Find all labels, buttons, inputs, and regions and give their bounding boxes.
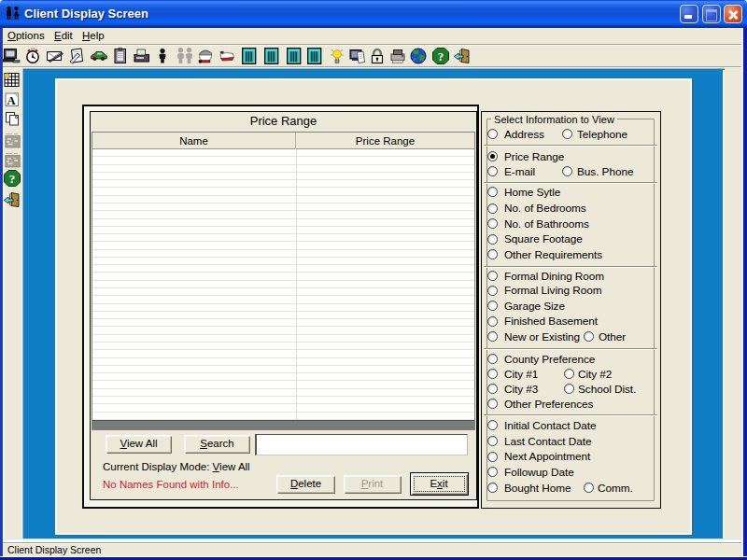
svg-text:?: ? [438,49,444,63]
svg-text:A: A [7,94,15,107]
svg-text:12: 12 [31,47,35,51]
svg-text:?: ? [9,172,16,186]
